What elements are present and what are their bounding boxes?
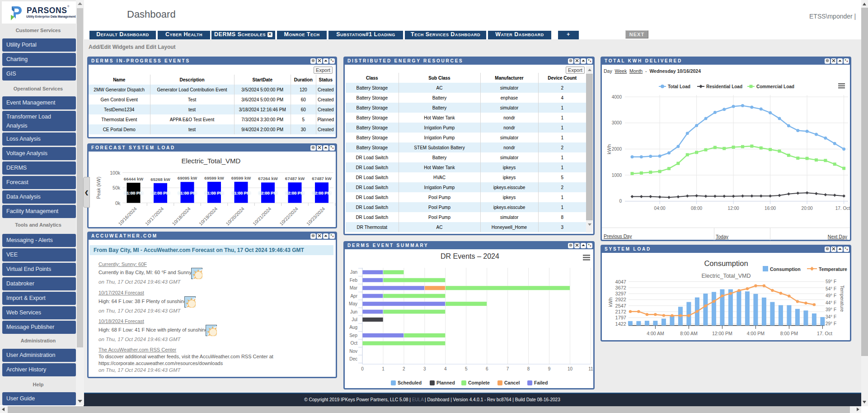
svg-text:02:00 PM: 02:00 PM — [258, 190, 277, 195]
svg-text:67487 kW: 67487 kW — [285, 176, 305, 181]
svg-text:67264 kW: 67264 kW — [258, 176, 277, 181]
svg-text:Consumption: Consumption — [770, 266, 801, 272]
svg-text:6: 6 — [486, 366, 488, 371]
svg-text:2547: 2547 — [615, 303, 626, 309]
svg-text:39° F: 39° F — [826, 307, 836, 312]
svg-text:5: 5 — [465, 366, 468, 371]
svg-text:PARSONS: PARSONS — [27, 6, 67, 15]
svg-text:Sep: Sep — [349, 333, 357, 338]
svg-text:Residential Load: Residential Load — [706, 84, 742, 89]
svg-text:10/22/2024: 10/22/2024 — [278, 206, 299, 227]
svg-text:20:00: 20:00 — [802, 206, 813, 211]
svg-text:8: 8 — [527, 366, 530, 371]
svg-text:66444 kW: 66444 kW — [124, 176, 143, 181]
svg-text:65268 kW: 65268 kW — [150, 177, 170, 182]
svg-text:8:00 PM: 8:00 PM — [780, 331, 798, 336]
svg-text:02:00 PM: 02:00 PM — [286, 190, 304, 195]
svg-text:Temperature: Temperature — [840, 285, 845, 312]
svg-text:54° F: 54° F — [826, 286, 836, 291]
svg-text:67487 kW: 67487 kW — [312, 176, 331, 181]
svg-text:Commercial Load: Commercial Load — [756, 84, 794, 89]
svg-text:Jan: Jan — [350, 270, 357, 275]
svg-text:Mar: Mar — [350, 285, 358, 290]
svg-text:1422: 1422 — [615, 321, 626, 327]
svg-text:Consumption: Consumption — [704, 259, 748, 267]
svg-text:4:00 AM: 4:00 AM — [647, 331, 664, 336]
svg-text:10/23/2024: 10/23/2024 — [305, 206, 326, 227]
svg-text:®: ® — [67, 5, 70, 8]
svg-text:10/21/2024: 10/21/2024 — [252, 206, 272, 227]
svg-text:Electric_Total_VMD: Electric_Total_VMD — [182, 157, 241, 165]
svg-text:08:00: 08:00 — [691, 206, 702, 211]
svg-text:9: 9 — [548, 366, 551, 371]
svg-text:01:00 PM: 01:00 PM — [178, 190, 197, 195]
svg-text:1797: 1797 — [615, 315, 626, 320]
svg-text:69095 kW: 69095 kW — [178, 176, 197, 180]
svg-text:Complete: Complete — [468, 380, 490, 385]
svg-text:Jul: Jul — [352, 317, 357, 322]
svg-text:04:00: 04:00 — [654, 206, 666, 211]
svg-text:3: 3 — [423, 366, 426, 371]
svg-text:12:00: 12:00 — [728, 206, 739, 211]
svg-text:10: 10 — [568, 366, 573, 371]
svg-text:3000: 3000 — [612, 120, 622, 125]
svg-text:4047: 4047 — [615, 279, 626, 285]
svg-text:69599 kW: 69599 kW — [204, 176, 224, 180]
svg-text:Aug: Aug — [349, 325, 357, 330]
svg-text:1000: 1000 — [612, 173, 622, 178]
svg-text:02:00 PM: 02:00 PM — [151, 190, 169, 195]
svg-text:kWh: kWh — [608, 297, 613, 307]
svg-text:12:00 PM: 12:00 PM — [712, 331, 732, 336]
svg-text:49° F: 49° F — [826, 293, 836, 298]
svg-text:kWh: kWh — [606, 144, 612, 154]
svg-text:02:00 PM: 02:00 PM — [312, 190, 331, 195]
svg-text:3672: 3672 — [615, 285, 626, 290]
svg-text:44° F: 44° F — [826, 300, 836, 305]
svg-text:Temperature: Temperature — [819, 266, 847, 272]
svg-text:10/19/2024: 10/19/2024 — [198, 206, 219, 227]
svg-text:1: 1 — [382, 366, 385, 371]
svg-text:Peak (kW): Peak (kW) — [96, 176, 101, 199]
svg-text:01:00 PM: 01:00 PM — [232, 190, 250, 195]
svg-text:10/16/2024: 10/16/2024 — [117, 206, 138, 227]
svg-text:Apr: Apr — [350, 294, 357, 299]
svg-text:0: 0 — [619, 199, 622, 204]
svg-text:50k: 50k — [113, 185, 121, 190]
svg-text:Nov: Nov — [349, 349, 357, 354]
svg-text:Failed: Failed — [534, 380, 548, 385]
svg-text:2172: 2172 — [615, 309, 626, 314]
svg-text:8:00 AM: 8:00 AM — [680, 331, 698, 336]
svg-text:Cancel: Cancel — [504, 380, 520, 385]
svg-text:DR Events – 2024: DR Events – 2024 — [441, 252, 499, 260]
svg-text:4:00 PM: 4:00 PM — [747, 331, 765, 336]
svg-text:Feb: Feb — [350, 278, 358, 283]
svg-text:Oct: Oct — [350, 341, 357, 346]
svg-text:May: May — [349, 301, 357, 306]
svg-text:100k: 100k — [110, 170, 121, 176]
svg-text:16:00: 16:00 — [765, 206, 776, 211]
svg-text:2: 2 — [403, 366, 405, 371]
svg-text:69599 kW: 69599 kW — [231, 176, 251, 180]
svg-text:Dec: Dec — [349, 356, 357, 361]
svg-text:10/18/2024: 10/18/2024 — [171, 206, 192, 227]
svg-text:Scheduled: Scheduled — [398, 380, 422, 385]
svg-text:Planned: Planned — [436, 380, 455, 385]
svg-text:2000: 2000 — [612, 147, 622, 152]
svg-text:Total Load: Total Load — [668, 84, 690, 89]
svg-text:17. Oct: 17. Oct — [835, 206, 850, 211]
svg-text:7: 7 — [507, 366, 509, 371]
svg-text:4: 4 — [444, 366, 447, 371]
svg-text:11: 11 — [588, 366, 593, 371]
svg-text:0k: 0k — [115, 200, 121, 206]
svg-text:Jun: Jun — [350, 309, 357, 314]
svg-text:Electric_Total_VMD: Electric_Total_VMD — [701, 273, 751, 279]
svg-text:4000: 4000 — [612, 95, 622, 100]
svg-text:10/20/2024: 10/20/2024 — [225, 206, 245, 227]
svg-text:29° F: 29° F — [826, 321, 836, 326]
svg-text:3297: 3297 — [615, 291, 626, 296]
svg-text:34° F: 34° F — [826, 314, 836, 319]
svg-text:59° F: 59° F — [826, 279, 836, 284]
svg-text:10/17/2024: 10/17/2024 — [144, 206, 165, 227]
svg-text:01:00 PM: 01:00 PM — [124, 190, 143, 195]
svg-text:2922: 2922 — [615, 297, 626, 302]
